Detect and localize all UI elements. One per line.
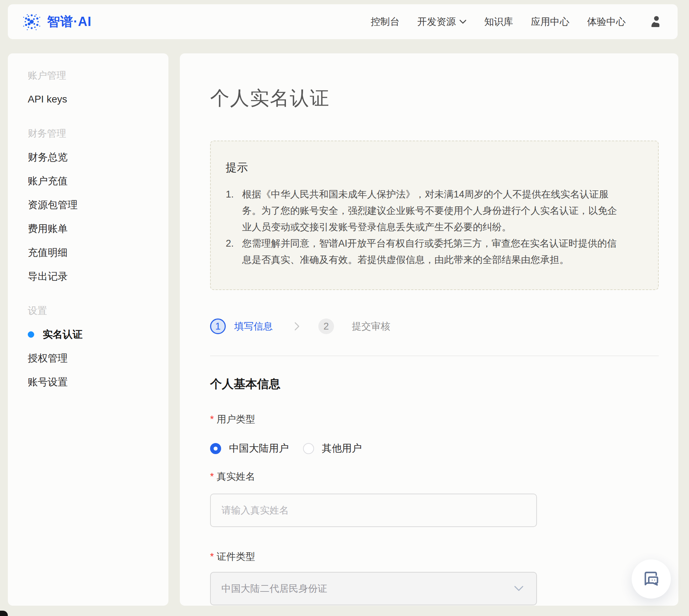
radio-label: 中国大陆用户 [229, 442, 289, 455]
nav-item-app-center[interactable]: 应用中心 [531, 15, 569, 28]
tip-item-text: 根据《中华人民共和国未成年人保护法》，对未满14周岁的个人不提供在线实名认证服务… [242, 186, 622, 235]
radio-selected-icon [210, 443, 221, 454]
brand-logo[interactable]: 智谱·AI [22, 12, 92, 31]
sidebar-item-label: 实名认证 [43, 329, 83, 340]
nav-item-dev-resources[interactable]: 开发资源 [417, 15, 466, 28]
user-type-radio-group: 中国大陆用户 其他用户 [210, 442, 659, 455]
page: 智谱·AI 控制台 开发资源 知识库 应用中心 体验中心 账户管 [0, 0, 689, 616]
real-name-input[interactable] [210, 494, 537, 527]
required-marker: * [210, 471, 214, 482]
nav-item-knowledge-base[interactable]: 知识库 [484, 15, 513, 28]
chat-support-button[interactable] [632, 559, 671, 599]
page-title: 个人实名认证 [210, 87, 659, 109]
field-label-text: 证件类型 [217, 551, 255, 562]
tip-title: 提示 [226, 161, 622, 174]
user-type-label: *用户类型 [210, 413, 659, 425]
nav-item-console[interactable]: 控制台 [371, 15, 400, 28]
sidebar-item-label: 授权管理 [28, 353, 68, 364]
sidebar-item-api-keys[interactable]: API keys [28, 94, 158, 105]
sidebar-item-export-records[interactable]: 导出记录 [28, 271, 158, 282]
tip-item-number: 1. [226, 186, 242, 235]
sidebar: 账户管理 API keys 财务管理 财务总览 账户充值 资源包管理 费用账单 … [8, 53, 168, 606]
chevron-down-icon [514, 586, 523, 591]
sidebar-item-resource-packages[interactable]: 资源包管理 [28, 200, 158, 210]
sidebar-item-label: 导出记录 [28, 271, 68, 282]
nav-item-label: 开发资源 [417, 15, 456, 28]
nav-item-label: 体验中心 [587, 15, 626, 28]
tip-list: 1. 根据《中华人民共和国未成年人保护法》，对未满14周岁的个人不提供在线实名认… [226, 186, 622, 268]
user-icon [648, 15, 663, 29]
sidebar-item-label: 账号设置 [28, 377, 68, 388]
sidebar-item-account-recharge[interactable]: 账户充值 [28, 176, 158, 186]
tip-item: 2. 您需理解并同意，智谱AI开放平台有权自行或委托第三方，审查您在实名认证时提… [226, 235, 622, 268]
nav-item-label: 控制台 [371, 15, 400, 28]
logo-dots-icon [22, 12, 41, 31]
sidebar-item-realname-verification[interactable]: 实名认证 [28, 329, 158, 340]
sidebar-item-account-settings[interactable]: 账号设置 [28, 377, 158, 388]
top-navbar: 智谱·AI 控制台 开发资源 知识库 应用中心 体验中心 [8, 4, 678, 39]
sidebar-group-finance: 财务管理 [28, 128, 158, 139]
section-title-basic-info: 个人基本信息 [210, 377, 659, 391]
sidebar-item-recharge-details[interactable]: 充值明细 [28, 247, 158, 258]
user-avatar-button[interactable] [648, 14, 663, 30]
radio-mainland-china-user[interactable]: 中国大陆用户 [210, 442, 289, 455]
step-1-circle: 1 [210, 318, 226, 334]
nav-item-label: 知识库 [484, 15, 513, 28]
id-type-label: *证件类型 [210, 551, 659, 563]
field-label-text: 用户类型 [217, 414, 255, 425]
divider [210, 356, 659, 356]
required-marker: * [210, 551, 214, 562]
main-panel: 个人实名认证 提示 1. 根据《中华人民共和国未成年人保护法》，对未满14周岁的… [180, 53, 678, 606]
step-2-label: 提交审核 [352, 320, 390, 333]
window-corner-artifact [0, 611, 8, 616]
sidebar-item-authorization[interactable]: 授权管理 [28, 353, 158, 364]
id-type-select[interactable]: 中国大陆二代居民身份证 [210, 572, 537, 605]
radio-label: 其他用户 [322, 442, 362, 455]
sidebar-item-label: API keys [28, 94, 67, 105]
real-name-label: *真实姓名 [210, 470, 659, 483]
tip-item-number: 2. [226, 235, 242, 268]
required-marker: * [210, 414, 214, 425]
sidebar-item-billing[interactable]: 费用账单 [28, 223, 158, 234]
sidebar-item-finance-overview[interactable]: 财务总览 [28, 152, 158, 163]
sidebar-group-settings: 设置 [28, 305, 158, 316]
sidebar-item-label: 充值明细 [28, 247, 68, 258]
chevron-right-icon [294, 322, 300, 331]
tip-box: 提示 1. 根据《中华人民共和国未成年人保护法》，对未满14周岁的个人不提供在线… [210, 141, 659, 290]
steps-indicator: 1 填写信息 2 提交审核 [210, 318, 659, 334]
sidebar-group-account: 账户管理 [28, 70, 158, 81]
sidebar-item-label: 账户充值 [28, 176, 68, 186]
step-2-circle: 2 [318, 318, 334, 334]
chevron-down-icon [459, 19, 466, 24]
nav-item-experience-center[interactable]: 体验中心 [587, 15, 626, 28]
radio-other-user[interactable]: 其他用户 [303, 442, 362, 455]
tip-item: 1. 根据《中华人民共和国未成年人保护法》，对未满14周岁的个人不提供在线实名认… [226, 186, 622, 235]
nav-item-label: 应用中心 [531, 15, 569, 28]
field-label-text: 真实姓名 [217, 471, 255, 482]
tip-item-text: 您需理解并同意，智谱AI开放平台有权自行或委托第三方，审查您在实名认证时提供的信… [242, 235, 622, 268]
logo-text: 智谱·AI [47, 13, 92, 31]
sidebar-item-label: 费用账单 [28, 223, 68, 234]
sidebar-item-label: 资源包管理 [28, 200, 78, 210]
chat-icon [641, 569, 661, 589]
sidebar-item-label: 财务总览 [28, 152, 68, 163]
radio-unselected-icon [303, 443, 314, 454]
nav-menu: 控制台 开发资源 知识库 应用中心 体验中心 [371, 15, 626, 28]
active-indicator-dot [28, 331, 34, 338]
id-type-select-value: 中国大陆二代居民身份证 [221, 582, 514, 595]
step-1-label: 填写信息 [234, 320, 273, 333]
